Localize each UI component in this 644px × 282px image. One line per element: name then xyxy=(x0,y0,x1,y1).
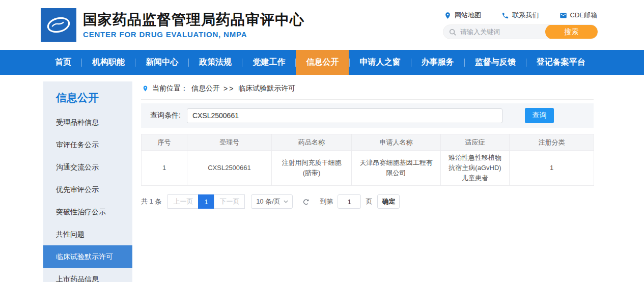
page-size-value: 10 条/页 xyxy=(256,197,281,206)
col-header-acceptance-no: 受理号 xyxy=(187,134,272,151)
sidebar-item-priority-review[interactable]: 优先审评公示 xyxy=(43,178,132,201)
sidebar: 信息公开 受理品种信息 审评任务公示 沟通交流公示 优先审评公示 突破性治疗公示… xyxy=(43,81,132,282)
cell-seq: 1 xyxy=(142,151,187,186)
sidebar-title: 信息公开 xyxy=(43,91,132,105)
nav-item-news[interactable]: 新闻中心 xyxy=(135,50,188,75)
cell-applicant: 天津昂赛细胞基因工程有限公司 xyxy=(352,151,441,186)
breadcrumb-section[interactable]: 信息公开 xyxy=(191,84,220,93)
site-search-button[interactable]: 搜索 xyxy=(545,24,598,39)
col-header-indication: 适应症 xyxy=(441,134,510,151)
nav-item-registration-platform[interactable]: 登记备案平台 xyxy=(526,50,596,75)
content: 信息公开 受理品种信息 审评任务公示 沟通交流公示 优先审评公示 突破性治疗公示… xyxy=(0,81,644,282)
sidebar-item-accepted-products[interactable]: 受理品种信息 xyxy=(43,111,132,133)
sitemap-link[interactable]: 网站地图 xyxy=(444,11,481,20)
cde-mail-link[interactable]: CDE邮箱 xyxy=(559,11,597,20)
cde-logo-icon xyxy=(41,8,76,42)
refresh-icon xyxy=(302,198,311,206)
goto-confirm-button[interactable]: 确定 xyxy=(377,194,400,209)
query-label: 查询条件: xyxy=(150,111,181,120)
brand-text: 国家药品监督管理局药品审评中心 CENTER FOR DRUG EVALUATI… xyxy=(83,11,304,39)
pagination-group: 上一页 1 下一页 xyxy=(167,194,245,209)
goto-page-suffix: 页 xyxy=(366,197,372,206)
goto-page-input[interactable] xyxy=(338,194,361,209)
pagination: 共 1 条 上一页 1 下一页 10 条/页 到第 页 xyxy=(141,194,594,209)
col-header-drug-name: 药品名称 xyxy=(272,134,352,151)
query-bar: 查询条件: 查询 xyxy=(141,103,594,128)
main-panel: 当前位置： 信息公开 >> 临床试验默示许可 查询条件: 查询 序号 受理 xyxy=(141,81,594,209)
nav-item-policies[interactable]: 政策法规 xyxy=(189,50,242,75)
sidebar-item-clinical-trial-implied-license[interactable]: 临床试验默示许可 xyxy=(43,245,132,268)
cde-mail-label: CDE邮箱 xyxy=(570,11,597,20)
col-header-applicant: 申请人名称 xyxy=(352,134,441,151)
sidebar-item-communication[interactable]: 沟通交流公示 xyxy=(43,156,132,178)
sidebar-item-marketed-drugs[interactable]: 上市药品信息 xyxy=(43,268,132,282)
header-right: 网站地图 联系我们 CDE邮箱 搜索 xyxy=(443,11,598,39)
brand: 国家药品监督管理局药品审评中心 CENTER FOR DRUG EVALUATI… xyxy=(41,8,304,42)
page: 国家药品监督管理局药品审评中心 CENTER FOR DRUG EVALUATI… xyxy=(0,0,644,282)
query-button[interactable]: 查询 xyxy=(525,108,554,123)
sidebar-item-review-tasks[interactable]: 审评任务公示 xyxy=(43,133,132,156)
cell-drug-name: 注射用间充质干细胞(脐带) xyxy=(272,151,352,186)
nav-item-home[interactable]: 首页 xyxy=(45,50,81,75)
query-input[interactable] xyxy=(187,108,502,123)
search-icon xyxy=(449,29,456,36)
quick-links: 网站地图 联系我们 CDE邮箱 xyxy=(443,11,598,20)
site-subtitle: CENTER FOR DRUG EVALUATION, NMPA xyxy=(83,30,304,39)
pagination-total: 共 1 条 xyxy=(141,197,161,206)
nav-item-party-building[interactable]: 党建工作 xyxy=(242,50,295,75)
site-header: 国家药品监督管理局药品审评中心 CENTER FOR DRUG EVALUATI… xyxy=(0,0,644,50)
nav-item-info-disclosure[interactable]: 信息公开 xyxy=(296,50,349,75)
nav-item-services[interactable]: 办事服务 xyxy=(411,50,464,75)
phone-icon xyxy=(501,12,509,19)
goto-page-label: 到第 xyxy=(320,197,333,206)
table-row: 1 CXSL2500661 注射用间充质干细胞(脐带) 天津昂赛细胞基因工程有限… xyxy=(142,151,594,186)
chevron-down-icon xyxy=(284,200,288,203)
breadcrumb-prefix: 当前位置： xyxy=(152,84,188,93)
col-header-registration-class: 注册分类 xyxy=(510,134,594,151)
contact-link[interactable]: 联系我们 xyxy=(501,11,539,20)
nav-item-applicant-window[interactable]: 申请人之窗 xyxy=(350,50,411,75)
sidebar-item-common-issues[interactable]: 共性问题 xyxy=(43,223,132,245)
cell-acceptance-no: CXSL2500661 xyxy=(187,151,272,186)
site-search-input[interactable] xyxy=(456,28,545,36)
nav-item-functions[interactable]: 机构职能 xyxy=(82,50,135,75)
next-page-button[interactable]: 下一页 xyxy=(214,194,245,209)
site-title: 国家药品监督管理局药品审评中心 xyxy=(83,11,304,29)
refresh-button[interactable] xyxy=(302,198,311,206)
location-pin-icon xyxy=(444,12,452,19)
site-search: 搜索 xyxy=(443,24,598,39)
cell-registration-class: 1 xyxy=(510,151,594,186)
prev-page-button[interactable]: 上一页 xyxy=(167,194,199,209)
page-1-button[interactable]: 1 xyxy=(198,194,214,209)
contact-label: 联系我们 xyxy=(512,11,539,20)
location-pin-icon xyxy=(142,84,149,93)
page-size-select[interactable]: 10 条/页 xyxy=(251,194,293,209)
breadcrumb-separator: >> xyxy=(223,84,235,93)
sidebar-item-breakthrough-therapy[interactable]: 突破性治疗公示 xyxy=(43,201,132,223)
sitemap-label: 网站地图 xyxy=(455,11,481,20)
main-nav: 首页 机构职能 新闻中心 政策法规 党建工作 信息公开 申请人之窗 办事服务 监… xyxy=(0,50,644,75)
results-table: 序号 受理号 药品名称 申请人名称 适应症 注册分类 1 CXSL2500661… xyxy=(141,134,594,186)
breadcrumb: 当前位置： 信息公开 >> 临床试验默示许可 xyxy=(141,81,594,100)
table-header-row: 序号 受理号 药品名称 申请人名称 适应症 注册分类 xyxy=(142,134,594,151)
mail-icon xyxy=(559,12,567,19)
breadcrumb-current: 临床试验默示许可 xyxy=(238,84,295,93)
cell-indication: 难治性急性移植物抗宿主病(aGvHD)儿童患者 xyxy=(441,151,510,186)
col-header-seq: 序号 xyxy=(142,134,187,151)
nav-item-supervision-feedback[interactable]: 监督与反馈 xyxy=(465,50,526,75)
